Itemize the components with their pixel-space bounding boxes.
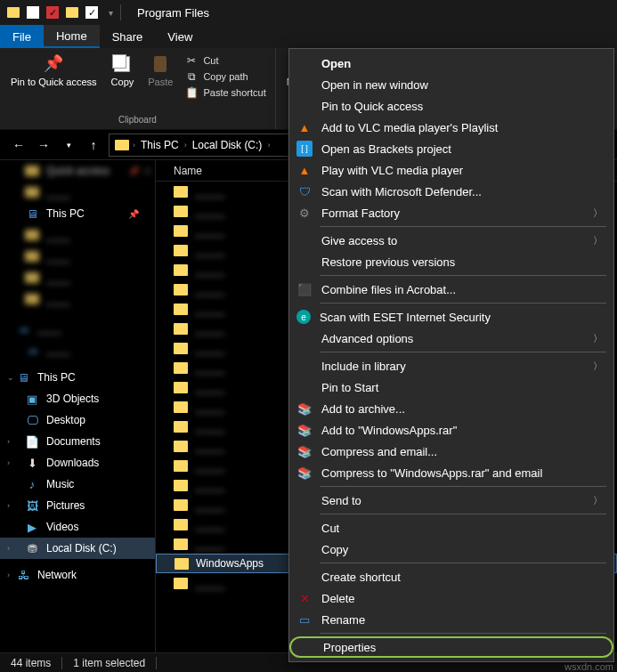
ctx-add-archive[interactable]: 📚Add to archive...: [289, 398, 613, 419]
chevron-down-icon[interactable]: ⌄: [7, 373, 14, 382]
sidebar-item-this-pc[interactable]: ⌄🖥This PC: [0, 367, 155, 388]
separator: [320, 563, 606, 563]
paste-shortcut-button[interactable]: 📋Paste shortcut: [182, 85, 269, 100]
ctx-advanced[interactable]: Advanced options〉: [289, 328, 613, 349]
chevron-right-icon[interactable]: ›: [267, 141, 270, 150]
separator: [320, 633, 606, 634]
chevron-right-icon[interactable]: ›: [7, 501, 10, 510]
acrobat-icon: ⬛: [296, 281, 313, 297]
ctx-open-new-window[interactable]: Open in new window: [289, 74, 613, 95]
chevron-down-icon[interactable]: ▾: [109, 8, 113, 18]
ctx-brackets[interactable]: [ ]Open as Brackets project: [289, 138, 613, 159]
sidebar-item-desktop[interactable]: 🖵Desktop: [0, 409, 155, 431]
sidebar-item-network[interactable]: ›🖧Network: [0, 564, 155, 586]
sidebar-item-local-disk[interactable]: ›⛃Local Disk (C:): [0, 538, 155, 559]
history-dropdown[interactable]: ▾: [59, 135, 78, 155]
ctx-pin-start[interactable]: Pin to Start: [289, 376, 613, 398]
copy-path-button[interactable]: ⧉Copy path: [182, 69, 269, 84]
ctx-format-factory[interactable]: ⚙Format Factory〉: [289, 202, 613, 223]
folder-icon: [174, 578, 188, 589]
ctx-compress-email[interactable]: 📚Compress and email...: [289, 441, 613, 462]
sidebar-item[interactable]: ____: [0, 246, 155, 267]
sidebar-item[interactable]: ☁____: [0, 338, 155, 360]
ctx-restore-versions[interactable]: Restore previous versions: [289, 251, 613, 272]
ctx-copy[interactable]: Copy: [289, 538, 613, 560]
chevron-right-icon[interactable]: ›: [184, 141, 187, 150]
sidebar-item-3d-objects[interactable]: ▣3D Objects: [0, 388, 155, 409]
chevron-right-icon[interactable]: ›: [133, 141, 135, 150]
sidebar-item[interactable]: ☁____: [0, 317, 155, 338]
paste-button[interactable]: Paste: [142, 52, 178, 90]
breadcrumb-local-disk[interactable]: Local Disk (C:): [191, 139, 264, 151]
sidebar-item-documents[interactable]: ›📄Documents: [0, 431, 155, 452]
checkbox-checked[interactable]: [85, 6, 98, 19]
group-label-clipboard: Clipboard: [5, 115, 270, 129]
checkbox-red[interactable]: [46, 6, 59, 19]
ctx-acrobat[interactable]: ⬛Combine files in Acrobat...: [289, 279, 613, 300]
separator: [320, 226, 606, 227]
ctx-give-access[interactable]: Give access to〉: [289, 230, 613, 251]
folder-icon: [115, 140, 129, 150]
sidebar-item[interactable]: ____: [0, 288, 155, 310]
ctx-eset[interactable]: eScan with ESET Internet Security: [289, 306, 613, 328]
folder-icon: [174, 284, 188, 296]
delete-icon: ✕: [296, 590, 313, 606]
folder-icon: [174, 499, 188, 511]
ctx-open[interactable]: Open: [289, 53, 613, 74]
menubar: File Home Share View: [0, 25, 617, 48]
ctx-send-to[interactable]: Send to〉: [289, 490, 613, 511]
ctx-defender[interactable]: 🛡Scan with Microsoft Defender...: [289, 181, 613, 202]
chevron-right-icon[interactable]: ›: [7, 544, 10, 553]
ctx-properties[interactable]: Properties: [289, 636, 613, 658]
chevron-right-icon[interactable]: ›: [7, 571, 10, 579]
sidebar-item[interactable]: ____: [0, 182, 155, 203]
sidebar-item[interactable]: Quick access📌⟳: [0, 160, 155, 182]
ctx-pin-quick-access[interactable]: Pin to Quick access: [289, 95, 613, 117]
folder-icon: [7, 7, 20, 18]
sidebar-item-this-pc-quick[interactable]: 🖥This PC📌: [0, 203, 155, 224]
ctx-vlc-play[interactable]: ▲Play with VLC media player: [289, 159, 613, 181]
paste-label: Paste: [148, 77, 173, 88]
checkbox-blank[interactable]: [27, 6, 39, 19]
ctx-add-rar[interactable]: 📚Add to "WindowsApps.rar": [289, 419, 613, 441]
share-tab[interactable]: Share: [100, 25, 156, 48]
folder-icon: [174, 343, 188, 354]
chevron-right-icon: 〉: [593, 360, 603, 373]
ctx-create-shortcut[interactable]: Create shortcut: [289, 566, 613, 587]
ctx-vlc-playlist[interactable]: ▲Add to VLC media player's Playlist: [289, 117, 613, 138]
chevron-right-icon[interactable]: ›: [7, 437, 10, 446]
view-tab[interactable]: View: [155, 25, 205, 48]
copy-icon: [111, 53, 133, 75]
sidebar-item-downloads[interactable]: ›⬇Downloads: [0, 452, 155, 474]
cut-button[interactable]: ✂Cut: [182, 53, 269, 68]
breadcrumb-this-pc[interactable]: This PC: [139, 139, 181, 151]
folder-icon: [174, 323, 188, 335]
sidebar-item[interactable]: ____: [0, 224, 155, 246]
separator: [320, 275, 606, 276]
sidebar-item-music[interactable]: ♪Music: [0, 474, 155, 495]
copy-button[interactable]: Copy: [106, 52, 140, 90]
ctx-rename[interactable]: ▭Rename: [289, 609, 613, 630]
up-button[interactable]: ↑: [84, 135, 103, 155]
chevron-right-icon[interactable]: ›: [7, 458, 10, 467]
file-menu[interactable]: File: [0, 25, 44, 48]
ctx-cut[interactable]: Cut: [289, 517, 613, 538]
network-icon: 🖧: [16, 569, 30, 581]
ctx-compress-rar-email[interactable]: 📚Compress to "WindowsApps.rar" and email: [289, 462, 613, 483]
folder-icon: [174, 245, 188, 256]
cube-icon: ▣: [25, 393, 39, 405]
sidebar-item-videos[interactable]: ▶Videos: [0, 516, 155, 538]
divider: [120, 4, 121, 20]
ctx-delete[interactable]: ✕Delete: [289, 587, 613, 609]
sidebar-item-pictures[interactable]: ›🖼Pictures: [0, 495, 155, 516]
watermark: wsxdn.com: [564, 661, 613, 672]
ctx-include-library[interactable]: Include in library〉: [289, 355, 613, 376]
home-tab[interactable]: Home: [44, 25, 100, 48]
rename-icon: ▭: [296, 611, 313, 627]
pin-to-quick-access-button[interactable]: 📌 Pin to Quick access: [5, 52, 102, 90]
folder-icon: [174, 519, 188, 530]
forward-button[interactable]: →: [34, 135, 53, 155]
sidebar-item[interactable]: ____: [0, 267, 155, 288]
pc-icon: 🖥: [16, 371, 30, 384]
back-button[interactable]: ←: [9, 135, 28, 155]
